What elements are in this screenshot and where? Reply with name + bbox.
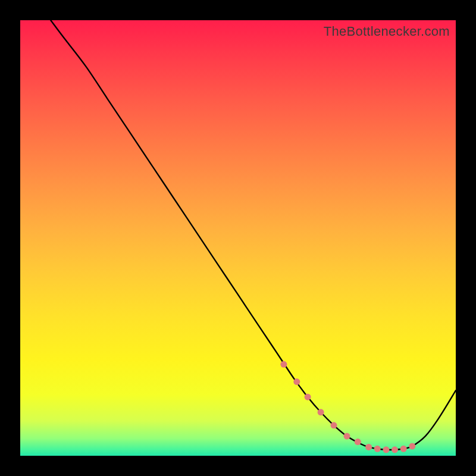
marker-dot (392, 446, 398, 453)
marker-dot (383, 446, 389, 453)
marker-dot (331, 422, 337, 428)
chart-frame: TheBottlenecker.com (0, 0, 476, 476)
marker-dot (344, 433, 350, 440)
marker-dot (400, 446, 407, 452)
highlight-markers (280, 361, 415, 453)
watermark-text: TheBottlenecker.com (324, 24, 450, 39)
marker-dot (365, 444, 372, 450)
marker-dot (280, 361, 287, 368)
marker-dot (293, 378, 300, 385)
curve-layer (20, 20, 456, 456)
marker-dot (318, 409, 324, 415)
marker-dot (409, 443, 415, 449)
marker-dot (355, 439, 361, 445)
marker-dot (305, 394, 311, 400)
plot-area: TheBottlenecker.com (20, 20, 456, 456)
marker-dot (374, 446, 381, 452)
bottleneck-curve (51, 20, 456, 450)
